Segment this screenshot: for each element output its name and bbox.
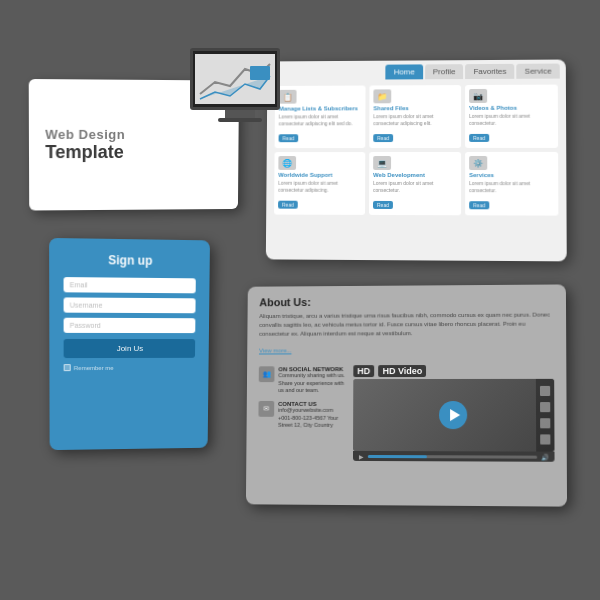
- about-top: About Us: Aliquam tristique, arcu a vari…: [247, 284, 566, 362]
- remember-me[interactable]: Remember me: [64, 364, 195, 371]
- play-button[interactable]: [439, 401, 467, 429]
- progress-background[interactable]: [368, 454, 537, 458]
- cell-icon-4: 💻: [373, 156, 391, 170]
- video-player[interactable]: [353, 379, 554, 452]
- cell-title-0: Manage Lists & Subscribers: [279, 105, 362, 111]
- cell-text-4: Lorem ipsum dolor sit amet consectetur.: [373, 180, 457, 193]
- cell-btn-4[interactable]: Read: [373, 201, 393, 209]
- join-button[interactable]: Join Us: [64, 339, 196, 358]
- monitor-screen: [190, 48, 280, 110]
- video-container: ▶ 🔊: [353, 379, 555, 462]
- contact-item: ✉ CONTACT US info@yourwebsite.com +001-8…: [258, 401, 347, 430]
- cell-icon-3: 🌐: [278, 156, 296, 170]
- signup-title: Sign up: [64, 253, 197, 269]
- cell-icon-1: 📁: [373, 89, 391, 103]
- about-title: About Us:: [259, 295, 553, 309]
- cell-title-4: Web Development: [373, 172, 457, 178]
- progress-fill: [368, 454, 427, 457]
- about-more-link[interactable]: View more...: [259, 347, 292, 353]
- video-progress-bar: ▶ 🔊: [353, 451, 555, 462]
- chart-svg: [195, 54, 275, 104]
- nav-tab-profile[interactable]: Profile: [425, 64, 464, 79]
- email-field[interactable]: Email: [64, 277, 196, 293]
- social-network-text: ON SOCIAL NETWORK Community sharing with…: [278, 366, 347, 395]
- monitor-stand: [225, 110, 255, 118]
- vsidebar-icon2: [540, 402, 550, 412]
- website-panel: Home Profile Favorites Service 📋 Manage …: [266, 60, 567, 262]
- about-bottom: 👥 ON SOCIAL NETWORK Community sharing wi…: [246, 362, 567, 470]
- cell-3: 🌐 Worldwide Support Lorem ipsum dolor si…: [274, 152, 365, 215]
- cell-btn-3[interactable]: Read: [278, 201, 298, 209]
- about-body: Aliquam tristique, arcu a varius tristiq…: [259, 311, 554, 339]
- contact-desc: info@yourwebsite.com +001-800-123-4567 Y…: [278, 407, 347, 430]
- cell-btn-1[interactable]: Read: [373, 134, 393, 142]
- signup-panel: Sign up Email Username Password Join Us …: [49, 238, 210, 450]
- nav-tab-service[interactable]: Service: [517, 64, 560, 79]
- cell-title-3: Worldwide Support: [278, 172, 361, 178]
- cell-4: 💻 Web Development Lorem ipsum dolor sit …: [369, 152, 461, 215]
- social-column: 👥 ON SOCIAL NETWORK Community sharing wi…: [258, 366, 347, 461]
- video-column: HD HD Video ▶: [353, 366, 555, 462]
- cell-1: 📁 Shared Files Lorem ipsum dolor sit ame…: [369, 85, 461, 148]
- cell-btn-2[interactable]: Read: [469, 134, 489, 142]
- social-network-desc: Community sharing with us. Share your ex…: [278, 372, 347, 395]
- video-label: HD HD Video: [353, 366, 554, 376]
- cell-text-2: Lorem ipsum dolor sit amet consectetur.: [469, 113, 554, 126]
- remember-label: Remember me: [74, 364, 114, 370]
- contact-icon: ✉: [258, 401, 274, 417]
- password-field[interactable]: Password: [64, 318, 196, 333]
- cell-icon-5: ⚙️: [469, 156, 487, 170]
- monitor-decoration: [190, 48, 290, 138]
- cell-text-3: Lorem ipsum dolor sit amet consectetur a…: [278, 180, 361, 193]
- cell-title-2: Videos & Photos: [469, 105, 554, 111]
- nav-tab-favorites[interactable]: Favorites: [465, 64, 514, 79]
- vsidebar-icon1: [540, 386, 550, 396]
- monitor-base: [218, 118, 262, 122]
- cell-text-1: Lorem ipsum dolor sit amet consectetur a…: [373, 113, 457, 126]
- contact-text: CONTACT US info@yourwebsite.com +001-800…: [278, 401, 347, 430]
- about-panel: About Us: Aliquam tristique, arcu a vari…: [246, 284, 567, 506]
- cell-icon-2: 📷: [469, 89, 487, 103]
- vsidebar-icon4: [540, 434, 550, 444]
- cell-5: ⚙️ Services Lorem ipsum dolor sit amet c…: [465, 152, 558, 216]
- cell-2: 📷 Videos & Photos Lorem ipsum dolor sit …: [465, 85, 558, 148]
- volume-icon: ▶: [359, 452, 364, 459]
- about-text-col: About Us: Aliquam tristique, arcu a vari…: [259, 295, 554, 357]
- username-field[interactable]: Username: [64, 297, 196, 313]
- cell-text-5: Lorem ipsum dolor sit amet consectetur.: [469, 180, 554, 193]
- cell-text-0: Lorem ipsum dolor sit amet consectetur a…: [279, 113, 362, 126]
- social-network-item: 👥 ON SOCIAL NETWORK Community sharing wi…: [259, 366, 348, 395]
- speaker-icon: 🔊: [541, 453, 548, 460]
- cell-title-1: Shared Files: [373, 105, 457, 111]
- checkbox-icon[interactable]: [64, 364, 71, 371]
- cell-btn-5[interactable]: Read: [469, 201, 489, 209]
- nav-bar: Home Profile Favorites Service: [267, 60, 566, 81]
- vsidebar-icon3: [540, 418, 550, 428]
- social-network-icon: 👥: [259, 366, 275, 382]
- webdesign-title2: Template: [45, 142, 223, 163]
- nav-tab-home[interactable]: Home: [386, 64, 423, 79]
- hd-badge: HD: [353, 365, 374, 377]
- cell-title-5: Services: [469, 172, 554, 178]
- content-grid: 📋 Manage Lists & Subscribers Lorem ipsum…: [266, 79, 566, 222]
- video-sidebar: [536, 379, 555, 452]
- svg-rect-1: [250, 66, 270, 80]
